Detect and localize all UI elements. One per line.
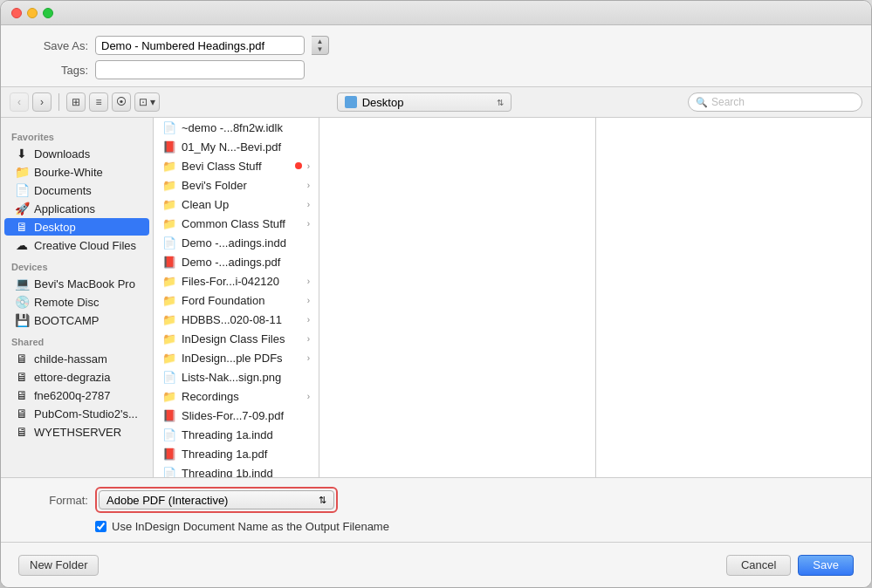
devices-header: Devices [1,255,153,274]
location-bar: Desktop ⇅ [163,92,684,112]
folder-icon: 📁 [162,351,176,365]
sidebar-item-pubcom[interactable]: 🖥 PubCom-Studio2's... [4,405,149,422]
folder-icon: 📁 [162,389,176,403]
sidebar-item-documents[interactable]: 📄 Documents [4,181,149,199]
file-item[interactable]: 📄~demo -...8fn2w.idlk [154,118,319,137]
location-label: Desktop [362,96,404,109]
close-button[interactable] [11,8,22,18]
wyethserver-icon: 🖥 [15,425,29,439]
file-item[interactable]: 📕Threading 1a.pdf [154,444,319,463]
sidebar-label-bourke-white: Bourke-White [34,166,139,179]
chevron-right-icon: › [307,277,310,286]
sidebar-item-bootcamp[interactable]: 💾 BOOTCAMP [4,311,149,329]
file-item[interactable]: 📕Slides-For...7-09.pdf [154,406,319,425]
sidebar-label-childe-hassam: childe-hassam [34,352,139,366]
file-item[interactable]: 📁Ford Foundation› [154,291,319,310]
filename-spinbox[interactable]: ▲▼ [312,36,329,55]
file-name: Recordings [182,390,302,403]
file-item[interactable]: 📁Bevi's Folder› [154,175,319,195]
file-pane-secondary [319,118,596,477]
sidebar-item-ettore-degrazia[interactable]: 🖥 ettore-degrazia [4,368,149,386]
file-name: InDesign...ple PDFs [182,352,302,365]
file-item[interactable]: 📕Demo -...adings.pdf [154,252,319,271]
bottom-bar: Format: Adobe PDF (Interactive) ⇅ Use In… [1,477,871,542]
file-item[interactable]: 📁Clean Up› [154,195,319,214]
sidebar-item-bourke-white[interactable]: 📁 Bourke-White [4,163,149,181]
pdf-icon: 📕 [162,408,176,422]
file-name: 01_My N...-Bevi.pdf [182,140,310,154]
sidebar-item-remote-disc[interactable]: 💿 Remote Disc [4,293,149,311]
sidebar-label-remote-disc: Remote Disc [34,296,139,309]
sidebar-item-wyethserver[interactable]: 🖥 WYETHSERVER [4,423,149,441]
save-button[interactable]: Save [798,555,854,576]
sidebar-item-applications[interactable]: 🚀 Applications [4,200,149,217]
file-name: Slides-For...7-09.pdf [182,409,310,422]
chevron-right-icon: › [307,315,310,325]
format-select[interactable]: Adobe PDF (Interactive) ⇅ [99,490,334,509]
tags-input[interactable] [95,60,305,79]
search-box[interactable]: 🔍 Search [688,92,862,112]
indd-icon: 📄 [162,466,176,477]
folder-icon: 📁 [162,197,176,211]
file-icon: 📄 [162,120,176,134]
file-name: Clean Up [182,198,302,211]
location-chevron: ⇅ [497,98,504,107]
file-icon: 📄 [162,370,176,384]
sidebar-item-macbook[interactable]: 💻 Bevi's MacBook Pro [4,275,149,292]
ettore-degrazia-icon: 🖥 [15,370,29,384]
maximize-button[interactable] [43,8,53,18]
format-chevron: ⇅ [319,495,326,506]
sidebar-label-fne6200q: fne6200q-2787 [34,389,139,402]
sidebar-label-applications: Applications [34,202,139,215]
sidebar-label-macbook: Bevi's MacBook Pro [34,277,139,291]
file-name: Lists-Nak...sign.png [182,371,310,384]
file-pane-tertiary [596,118,872,477]
file-item[interactable]: 📁Files-For...i-042120› [154,271,319,291]
macbook-icon: 💻 [15,277,29,291]
back-button[interactable]: ‹ [10,92,29,112]
column-view-button[interactable]: ⦿ [112,92,131,112]
sidebar-label-desktop: Desktop [34,221,139,234]
indesign-name-checkbox[interactable] [95,521,106,532]
folder-icon: 📁 [162,293,176,307]
filename-input[interactable] [95,36,305,55]
file-item[interactable]: 📁InDesign...ple PDFs› [154,348,319,367]
file-item[interactable]: 📁Bevi Class Stuff› [154,156,319,175]
pubcom-icon: 🖥 [15,407,29,420]
file-item[interactable]: 📁HDBBS...020-08-11› [154,310,319,329]
save-dialog: Save As: ▲▼ Tags: ‹ › ⊞ ≡ ⦿ ⊡ ▾ Desktop … [0,0,872,588]
red-dot [295,162,302,169]
sidebar-item-creative-cloud[interactable]: ☁ Creative Cloud Files [4,236,149,254]
sidebar-label-creative-cloud: Creative Cloud Files [34,239,139,252]
file-item[interactable]: 📕01_My N...-Bevi.pdf [154,137,319,156]
footer-right: Cancel Save [726,555,854,576]
file-item[interactable]: 📁Common Class Stuff› [154,214,319,233]
tags-label: Tags: [18,64,88,77]
sidebar-item-fne6200q[interactable]: 🖥 fne6200q-2787 [4,386,149,404]
creative-cloud-icon: ☁ [15,238,29,252]
new-folder-button[interactable]: New Folder [18,555,99,576]
folder-icon: 📁 [162,312,176,326]
checkbox-row: Use InDesign Document Name as the Output… [18,520,854,533]
format-label: Format: [18,494,88,507]
file-item[interactable]: 📁Recordings› [154,386,319,406]
folder-icon: 📁 [162,216,176,230]
forward-button[interactable]: › [32,92,51,112]
file-item[interactable]: 📄Threading 1b.indd [154,463,319,477]
gallery-view-button[interactable]: ⊡ ▾ [134,92,160,112]
file-item[interactable]: 📄Lists-Nak...sign.png [154,367,319,386]
icon-view-button[interactable]: ⊞ [66,92,86,112]
sidebar-item-desktop[interactable]: 🖥 Desktop [4,218,149,236]
file-item[interactable]: 📄Demo -...adings.indd [154,233,319,252]
file-item[interactable]: 📄Threading 1a.indd [154,425,319,444]
file-name: InDesign Class Files [182,332,302,345]
cancel-button[interactable]: Cancel [726,555,791,576]
file-item[interactable]: 📁InDesign Class Files› [154,329,319,348]
location-dropdown[interactable]: Desktop ⇅ [337,92,512,112]
sidebar-item-childe-hassam[interactable]: 🖥 childe-hassam [4,350,149,367]
sidebar-label-bootcamp: BOOTCAMP [34,314,139,327]
minimize-button[interactable] [27,8,38,18]
sidebar-item-downloads[interactable]: ⬇ Downloads [4,145,149,162]
indd-icon: 📄 [162,427,176,441]
list-view-button[interactable]: ≡ [89,92,108,112]
